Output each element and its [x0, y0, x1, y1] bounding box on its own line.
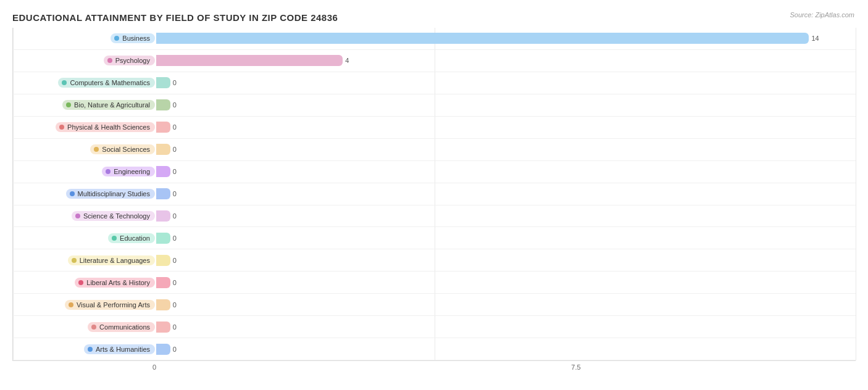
bar-wrapper-8: 0 — [155, 207, 856, 225]
bar-value-4: 0 — [173, 123, 177, 131]
bar-label-text-3: Bio, Nature & Agricultural — [74, 101, 150, 109]
bar-dot-2 — [62, 80, 67, 85]
bar-fill-13: 0 — [156, 322, 170, 333]
bar-label-text-4: Physical & Health Sciences — [67, 123, 150, 131]
bar-fill-4: 0 — [156, 122, 170, 133]
bar-fill-12: 0 — [156, 299, 170, 310]
x-axis-labels: 07.515 — [12, 361, 856, 373]
bar-row: Literature & Languages0 — [13, 249, 856, 272]
bars-section: Business14Psychology4Computers & Mathema… — [12, 28, 856, 361]
bar-label-8: Science & Technology — [13, 211, 155, 221]
bar-value-5: 0 — [173, 146, 177, 153]
bar-dot-14 — [88, 347, 93, 352]
bar-label-0: Business — [13, 33, 155, 43]
bar-value-3: 0 — [173, 101, 177, 109]
bar-fill-10: 0 — [156, 255, 170, 266]
bar-wrapper-9: 0 — [155, 229, 856, 247]
bar-row: Multidisciplinary Studies0 — [13, 183, 856, 205]
bar-label-text-12: Visual & Performing Arts — [77, 301, 150, 309]
bar-label-11: Liberal Arts & History — [13, 278, 155, 288]
bar-wrapper-0: 14 — [155, 30, 856, 48]
bar-row: Liberal Arts & History0 — [13, 272, 856, 294]
bar-row: Social Sciences0 — [13, 139, 856, 161]
bar-fill-14: 0 — [156, 344, 170, 355]
bar-label-text-0: Business — [122, 35, 150, 42]
bar-value-0: 14 — [811, 35, 819, 42]
bar-wrapper-1: 4 — [155, 52, 856, 70]
bar-wrapper-7: 0 — [155, 185, 856, 203]
bar-row: Business14 — [13, 28, 856, 50]
bar-dot-10 — [72, 258, 77, 263]
chart-area: Business14Psychology4Computers & Mathema… — [12, 28, 856, 361]
bar-dot-7 — [70, 191, 75, 196]
bar-dot-11 — [78, 280, 83, 285]
bar-wrapper-10: 0 — [155, 251, 856, 269]
bar-dot-13 — [91, 325, 96, 330]
bar-dot-8 — [75, 214, 80, 218]
bar-wrapper-14: 0 — [155, 340, 856, 358]
bar-label-14: Arts & Humanities — [13, 344, 155, 354]
bar-value-7: 0 — [173, 190, 177, 197]
bar-value-9: 0 — [173, 234, 177, 242]
chart-container: EDUCATIONAL ATTAINMENT BY FIELD OF STUDY… — [0, 0, 868, 390]
bar-row: Visual & Performing Arts0 — [13, 294, 856, 316]
bar-row: Computers & Mathematics0 — [13, 72, 856, 94]
bar-label-text-8: Science & Technology — [83, 212, 150, 220]
bar-fill-3: 0 — [156, 99, 170, 110]
x-axis-label-0: 0 — [152, 363, 156, 371]
bar-fill-2: 0 — [156, 77, 170, 88]
bar-label-9: Education — [13, 233, 155, 243]
bar-label-text-1: Psychology — [115, 57, 150, 64]
bar-row: Physical & Health Sciences0 — [13, 117, 856, 139]
bar-value-2: 0 — [173, 79, 177, 86]
bar-label-text-13: Communications — [99, 323, 150, 331]
x-axis-label-1: 7.5 — [571, 363, 580, 371]
bar-label-text-5: Social Sciences — [102, 146, 150, 153]
bar-dot-9 — [112, 236, 117, 241]
source-label: Source: ZipAtlas.com — [790, 11, 854, 19]
bar-dot-4 — [59, 125, 64, 130]
bar-fill-7: 0 — [156, 188, 170, 199]
bar-row: Arts & Humanities0 — [13, 338, 856, 360]
bar-value-12: 0 — [173, 301, 177, 309]
bar-fill-9: 0 — [156, 233, 170, 244]
bar-label-12: Visual & Performing Arts — [13, 300, 155, 310]
bar-label-text-6: Engineering — [114, 168, 150, 175]
bar-label-text-9: Education — [120, 234, 150, 242]
bar-row: Education0 — [13, 227, 856, 249]
bar-row: Bio, Nature & Agricultural0 — [13, 94, 856, 117]
bar-fill-5: 0 — [156, 144, 170, 155]
bar-label-6: Engineering — [13, 167, 155, 176]
bar-wrapper-12: 0 — [155, 296, 856, 313]
bar-label-7: Multidisciplinary Studies — [13, 189, 155, 199]
bar-wrapper-5: 0 — [155, 141, 856, 159]
bar-value-11: 0 — [173, 279, 177, 286]
bar-dot-1 — [107, 58, 112, 63]
bar-value-1: 4 — [345, 57, 349, 64]
chart-title: EDUCATIONAL ATTAINMENT BY FIELD OF STUDY… — [12, 12, 856, 23]
bar-dot-0 — [114, 36, 119, 41]
bar-wrapper-3: 0 — [155, 96, 856, 114]
bar-row: Psychology4 — [13, 50, 856, 72]
bar-dot-5 — [94, 147, 99, 152]
bar-label-text-10: Literature & Languages — [80, 257, 150, 264]
bar-row: Science & Technology0 — [13, 205, 856, 228]
bar-label-10: Literature & Languages — [13, 255, 155, 265]
bar-value-14: 0 — [173, 346, 177, 353]
bar-label-5: Social Sciences — [13, 144, 155, 154]
bar-wrapper-13: 0 — [155, 318, 856, 336]
bar-dot-6 — [106, 169, 111, 174]
bar-label-text-14: Arts & Humanities — [96, 346, 150, 353]
bar-label-text-11: Liberal Arts & History — [86, 279, 150, 286]
bar-wrapper-2: 0 — [155, 74, 856, 92]
bar-row: Communications0 — [13, 316, 856, 338]
bar-dot-12 — [69, 302, 73, 307]
bar-fill-1: 4 — [156, 55, 343, 66]
bar-label-1: Psychology — [13, 56, 155, 65]
bar-label-2: Computers & Mathematics — [13, 78, 155, 88]
bar-label-3: Bio, Nature & Agricultural — [13, 100, 155, 110]
bar-value-10: 0 — [173, 257, 177, 264]
bar-wrapper-6: 0 — [155, 163, 856, 181]
bar-wrapper-11: 0 — [155, 273, 856, 291]
bar-fill-6: 0 — [156, 166, 170, 177]
